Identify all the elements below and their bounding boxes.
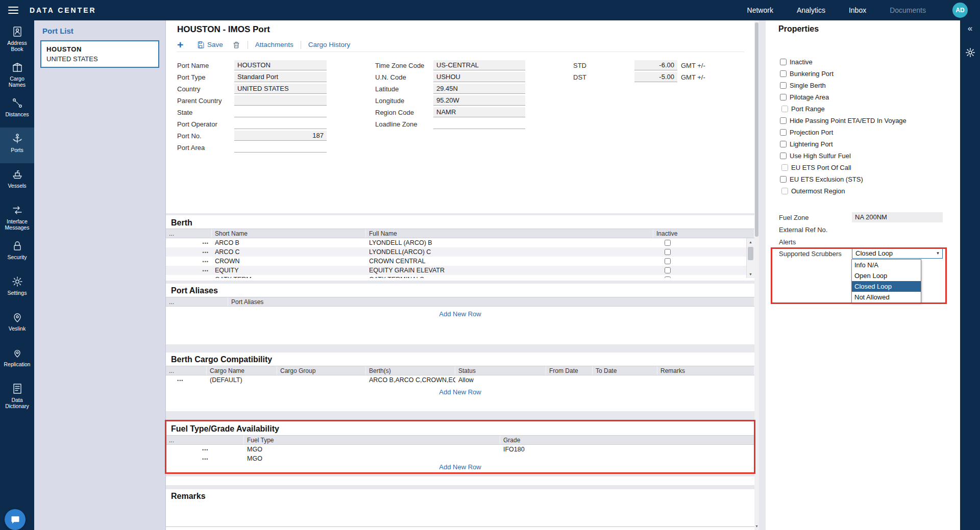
- un-code-field[interactable]: USHOU: [433, 72, 525, 82]
- checkbox[interactable]: [780, 70, 787, 77]
- dropdown-option-info-na[interactable]: Info N/A: [852, 260, 921, 270]
- row-menu-icon[interactable]: •••: [177, 378, 183, 383]
- checkbox-bunkering-port[interactable]: Bunkering Port: [780, 69, 834, 78]
- dropdown-option-not-allowed[interactable]: Not Allowed: [852, 292, 921, 302]
- add-new-row-link[interactable]: Add New Row: [166, 310, 754, 318]
- scrollbar-thumb[interactable]: [748, 247, 753, 260]
- checkbox-use-high-sulfur-fuel[interactable]: Use High Sulfur Fuel: [780, 151, 851, 160]
- port-operator-field[interactable]: [234, 119, 327, 129]
- add-new-row-link[interactable]: Add New Row: [166, 463, 754, 471]
- checkbox-lightering-port[interactable]: Lightering Port: [780, 139, 833, 148]
- std-field[interactable]: -6.00: [634, 60, 677, 70]
- dst-field[interactable]: -5.00: [634, 72, 677, 82]
- sidebar-item-settings[interactable]: Settings: [0, 270, 34, 306]
- save-button[interactable]: Save: [197, 41, 223, 49]
- port-type-field[interactable]: Standard Port: [234, 72, 327, 82]
- latitude-field[interactable]: 29.45N: [433, 84, 525, 94]
- panel-gear-icon[interactable]: [965, 47, 976, 58]
- time-zone-code-field[interactable]: US-CENTRAL: [433, 60, 525, 70]
- checkbox-pilotage-area[interactable]: Pilotage Area: [780, 92, 829, 102]
- avatar[interactable]: AD: [952, 3, 968, 18]
- checkbox-outermost-region[interactable]: Outermost Region: [781, 186, 845, 195]
- checkbox[interactable]: [780, 153, 787, 159]
- sidebar-item-ports[interactable]: Ports: [0, 128, 34, 163]
- sidebar-item-replication[interactable]: Replication: [0, 342, 34, 377]
- sidebar-item-veslink[interactable]: Veslink: [0, 306, 34, 342]
- collapse-panel-icon[interactable]: «: [960, 23, 980, 34]
- berth-row[interactable]: ••• EQUITY EQUITY GRAIN ELEVATR: [166, 266, 746, 275]
- row-menu-icon[interactable]: •••: [203, 277, 209, 278]
- checkbox[interactable]: [780, 176, 787, 183]
- region-code-field[interactable]: NAMR: [433, 107, 525, 117]
- scrollbar-thumb[interactable]: [755, 22, 758, 237]
- checkbox[interactable]: [781, 164, 788, 171]
- row-menu-icon[interactable]: •••: [202, 447, 208, 452]
- checkbox[interactable]: [780, 117, 787, 124]
- scroll-up-icon[interactable]: ▲: [747, 238, 754, 246]
- sidebar-item-cargo-names[interactable]: Cargo Names: [0, 56, 34, 92]
- row-menu-icon[interactable]: •••: [203, 259, 209, 264]
- attachments-link[interactable]: Attachments: [255, 41, 293, 48]
- state-field[interactable]: [234, 107, 327, 117]
- hamburger-menu-icon[interactable]: [8, 7, 18, 14]
- supported-scrubbers-select[interactable]: Closed Loop ▼: [852, 248, 943, 259]
- nav-inbox[interactable]: Inbox: [849, 6, 866, 14]
- row-menu-icon[interactable]: •••: [203, 268, 209, 273]
- berth-row[interactable]: ••• CROWN CROWN CENTRAL: [166, 257, 746, 266]
- row-menu-icon[interactable]: •••: [203, 250, 209, 255]
- inactive-checkbox[interactable]: [665, 240, 671, 246]
- berth-row[interactable]: ••• ARCO B LYONDELL (ARCO) B: [166, 238, 746, 247]
- sidebar-item-address-book[interactable]: Address Book: [0, 20, 34, 56]
- remarks-textarea[interactable]: [166, 504, 754, 527]
- checkbox[interactable]: [780, 94, 787, 100]
- sidebar-item-security[interactable]: Security: [0, 235, 34, 270]
- inactive-checkbox[interactable]: [665, 249, 671, 255]
- checkbox[interactable]: [780, 59, 787, 65]
- dropdown-option-open-loop[interactable]: Open Loop: [852, 270, 921, 281]
- berth-cargo-row[interactable]: ••• (DEFAULT) ARCO B,ARCO C,CROWN,EQUIT …: [166, 375, 754, 385]
- dropdown-option-closed-loop[interactable]: Closed Loop: [852, 281, 921, 292]
- checkbox-eu-ets-exclusion[interactable]: EU ETS Exclusion (STS): [780, 174, 863, 184]
- checkbox-eu-ets-port-of-call[interactable]: EU ETS Port Of Call: [781, 163, 851, 172]
- checkbox-projection-port[interactable]: Projection Port: [780, 128, 833, 137]
- longitude-field[interactable]: 95.20W: [433, 95, 525, 106]
- berth-row[interactable]: ••• GATX TERM GATX TERMINALS: [166, 275, 746, 278]
- inactive-checkbox[interactable]: [665, 258, 671, 264]
- main-scrollbar[interactable]: ▼: [754, 20, 759, 530]
- port-no-field[interactable]: 187: [234, 131, 327, 141]
- add-new-row-link[interactable]: Add New Row: [166, 388, 754, 396]
- inactive-checkbox[interactable]: [665, 267, 671, 273]
- sidebar-item-interface-messages[interactable]: Interface Messages: [0, 199, 34, 235]
- fuel-zone-field[interactable]: NA 200NM: [852, 212, 943, 222]
- port-name-field[interactable]: HOUSTON: [234, 60, 327, 70]
- sidebar-item-vessels[interactable]: Vessels: [0, 163, 34, 199]
- checkbox-port-range[interactable]: Port Range: [781, 104, 825, 113]
- berth-table-scrollbar[interactable]: ▲ ▼: [746, 238, 754, 278]
- nav-documents[interactable]: Documents: [890, 6, 926, 14]
- delete-button[interactable]: [232, 41, 240, 49]
- parent-country-field[interactable]: [234, 95, 327, 106]
- country-field[interactable]: UNITED STATES: [234, 84, 327, 94]
- checkbox[interactable]: [781, 188, 788, 194]
- scroll-down-icon[interactable]: ▼: [754, 523, 759, 530]
- sidebar-item-data-dictionary[interactable]: Data Dictionary: [0, 377, 34, 413]
- cargo-history-link[interactable]: Cargo History: [308, 41, 351, 48]
- inactive-checkbox[interactable]: [665, 276, 671, 278]
- checkbox[interactable]: [780, 82, 787, 89]
- checkbox[interactable]: [780, 129, 787, 136]
- add-button[interactable]: +: [177, 39, 189, 51]
- chat-button[interactable]: [5, 509, 26, 530]
- row-menu-icon[interactable]: •••: [203, 241, 209, 246]
- checkbox-hide-passing-point[interactable]: Hide Passing Point ETA/ETD In Voyage: [780, 116, 906, 125]
- row-menu-icon[interactable]: •••: [202, 457, 208, 462]
- nav-analytics[interactable]: Analytics: [797, 6, 825, 14]
- sidebar-item-distances[interactable]: Distances: [0, 92, 34, 128]
- fuel-row[interactable]: ••• MGO: [166, 454, 754, 463]
- berth-row[interactable]: ••• ARCO C LYONDELL(ARCO) C: [166, 247, 746, 257]
- loadline-zone-field[interactable]: [433, 119, 525, 129]
- checkbox[interactable]: [781, 106, 788, 112]
- checkbox[interactable]: [780, 141, 787, 147]
- nav-network[interactable]: Network: [747, 6, 773, 14]
- port-list-item-houston[interactable]: HOUSTON UNITED STATES: [40, 40, 159, 68]
- checkbox-inactive[interactable]: Inactive: [780, 57, 813, 66]
